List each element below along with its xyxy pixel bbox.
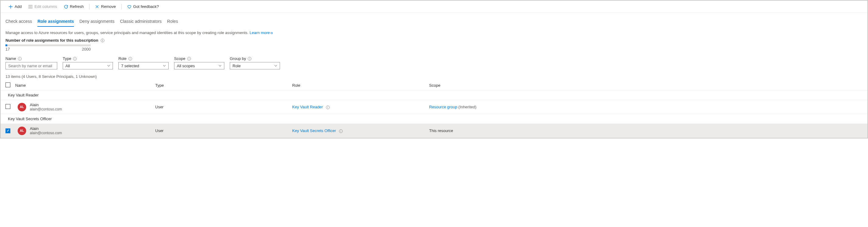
row-type: User <box>155 128 292 133</box>
tabs: Check access Role assignments Deny assig… <box>1 17 867 27</box>
table-row[interactable]: AL Alain alain@contoso.com User Key Vaul… <box>1 124 867 138</box>
tab-roles[interactable]: Roles <box>167 17 178 27</box>
info-icon[interactable]: i <box>18 57 22 61</box>
table-row[interactable]: AL Alain alain@contoso.com User Key Vaul… <box>1 100 867 114</box>
filter-groupby: Group byi Role <box>230 56 280 69</box>
scope-select[interactable]: All scopes <box>174 62 224 69</box>
info-icon[interactable]: i <box>326 106 330 109</box>
user-email: alain@contoso.com <box>30 131 62 135</box>
remove-button[interactable]: Remove <box>92 3 119 10</box>
tab-role-assignments[interactable]: Role assignments <box>37 17 74 27</box>
groupby-select[interactable]: Role <box>230 62 280 69</box>
edit-columns-label: Edit columns <box>34 4 57 9</box>
avatar: AL <box>18 127 26 135</box>
svg-rect-1 <box>30 5 31 8</box>
scope-link[interactable]: Resource group <box>429 105 458 109</box>
add-label: Add <box>14 4 22 9</box>
columns-icon <box>28 5 33 9</box>
header-type[interactable]: Type <box>155 83 292 88</box>
separator <box>89 4 90 9</box>
header-role[interactable]: Role <box>292 83 429 88</box>
header-name[interactable]: Name <box>15 83 155 88</box>
info-icon[interactable]: i <box>339 129 343 133</box>
svg-rect-2 <box>31 5 33 8</box>
info-icon[interactable]: i <box>248 57 251 61</box>
row-type: User <box>155 105 292 109</box>
refresh-icon <box>64 5 68 9</box>
table-headers: Name Type Role Scope <box>1 80 867 90</box>
info-icon[interactable]: i <box>101 39 104 42</box>
info-icon[interactable]: i <box>73 57 77 61</box>
edit-columns-button[interactable]: Edit columns <box>25 3 60 10</box>
select-all-checkbox[interactable] <box>5 83 10 87</box>
external-link-icon: ⧉ <box>271 31 273 35</box>
description-text: Manage access to Azure resources for use… <box>5 30 250 35</box>
group-header: Key Vault Secrets Officer <box>1 114 867 124</box>
plus-icon <box>8 5 13 9</box>
progress-scale: 17 2000 <box>5 47 91 52</box>
tab-deny-assignments[interactable]: Deny assignments <box>80 17 115 27</box>
chevron-down-icon <box>274 64 277 67</box>
remove-icon <box>95 5 99 9</box>
scope-inherited: (Inherited) <box>458 105 476 109</box>
progress-max: 2000 <box>82 47 91 52</box>
role-link[interactable]: Key Vault Reader <box>292 105 323 109</box>
refresh-button[interactable]: Refresh <box>61 3 87 10</box>
info-icon[interactable]: i <box>128 57 132 61</box>
group-header: Key Vault Reader <box>1 90 867 100</box>
filter-name: Namei <box>5 56 57 69</box>
role-link[interactable]: Key Vault Secrets Officer <box>292 128 336 133</box>
row-checkbox[interactable] <box>5 128 10 133</box>
items-summary: 13 items (4 Users, 8 Service Principals,… <box>1 74 867 80</box>
remove-label: Remove <box>101 4 116 9</box>
count-section: Number of role assignments for this subs… <box>1 35 867 52</box>
avatar: AL <box>18 103 26 111</box>
type-select[interactable]: All <box>63 62 113 69</box>
learn-more-link[interactable]: Learn more⧉ <box>250 30 272 35</box>
tab-check-access[interactable]: Check access <box>5 17 32 27</box>
progress-current: 17 <box>5 47 10 52</box>
filter-type: Typei All <box>63 56 113 69</box>
role-select[interactable]: 7 selected <box>118 62 168 69</box>
filters: Namei Typei All Rolei 7 selected Scopei … <box>1 52 867 74</box>
chevron-down-icon <box>219 64 222 67</box>
refresh-label: Refresh <box>70 4 84 9</box>
tab-classic-admins[interactable]: Classic administrators <box>120 17 162 27</box>
svg-rect-0 <box>29 5 30 8</box>
user-display-name: Alain <box>30 126 62 131</box>
progress-bar <box>5 44 91 46</box>
search-input[interactable] <box>5 62 57 69</box>
filter-role: Rolei 7 selected <box>118 56 168 69</box>
scope-text: This resource <box>429 128 863 133</box>
feedback-label: Got feedback? <box>133 4 159 9</box>
toolbar: Add Edit columns Refresh Remove Got feed… <box>1 1 867 13</box>
feedback-button[interactable]: Got feedback? <box>124 3 162 10</box>
header-scope[interactable]: Scope <box>429 83 863 88</box>
separator <box>121 4 122 9</box>
description: Manage access to Azure resources for use… <box>1 27 867 35</box>
user-email: alain@contoso.com <box>30 107 62 111</box>
heart-icon <box>127 5 131 9</box>
progress-fill <box>5 44 7 46</box>
add-button[interactable]: Add <box>5 3 25 10</box>
filter-scope: Scopei All scopes <box>174 56 224 69</box>
chevron-down-icon <box>107 64 110 67</box>
count-label: Number of role assignments for this subs… <box>5 38 863 42</box>
chevron-down-icon <box>163 64 166 67</box>
row-checkbox[interactable] <box>5 104 10 109</box>
user-display-name: Alain <box>30 102 62 107</box>
info-icon[interactable]: i <box>187 57 191 61</box>
